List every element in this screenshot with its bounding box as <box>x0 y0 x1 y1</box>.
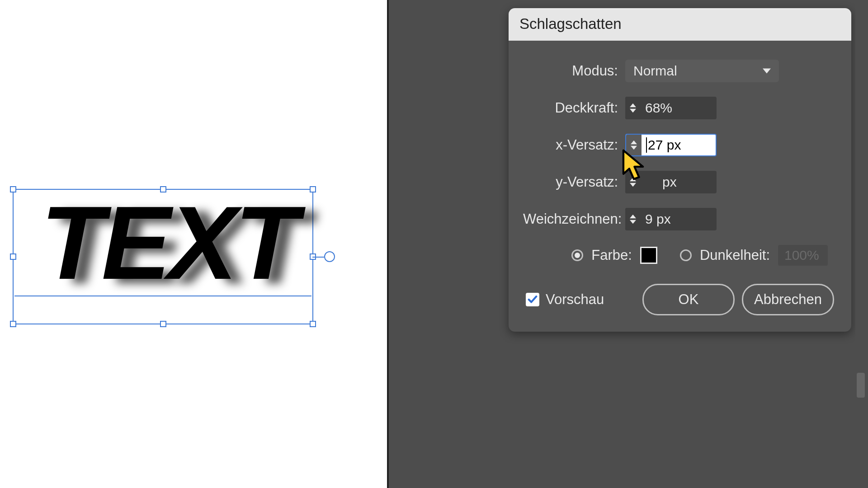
resize-handle-ne[interactable] <box>310 186 316 192</box>
dialog-body: Modus: Normal Deckkraft: 68% <box>509 41 851 332</box>
chevron-down-icon <box>630 183 636 187</box>
blur-label: Weichzeichnen: <box>523 211 618 227</box>
x-offset-input[interactable]: 27 px <box>625 134 717 156</box>
chevron-up-icon <box>630 103 636 108</box>
selection-bounding-box[interactable]: TEXT TEXT <box>13 189 313 324</box>
rotate-handle[interactable] <box>324 251 335 262</box>
y-offset-input[interactable]: px <box>625 171 717 193</box>
mode-row: Modus: Normal <box>523 60 837 82</box>
panel-area: Schlagschatten Modus: Normal Deckkraft: <box>389 0 868 488</box>
mode-label: Modus: <box>523 63 618 79</box>
ok-button[interactable]: OK <box>642 284 735 315</box>
blur-row: Weichzeichnen: 9 px <box>523 208 837 230</box>
chevron-down-icon <box>631 145 637 150</box>
scrollbar[interactable] <box>855 0 866 488</box>
y-offset-value[interactable]: px <box>641 171 717 193</box>
color-label: Farbe: <box>591 247 632 263</box>
resize-handle-sw[interactable] <box>10 321 16 327</box>
chevron-down-icon <box>630 108 636 113</box>
resize-handle-w[interactable] <box>10 253 16 260</box>
chevron-up-icon <box>630 214 636 219</box>
opacity-value[interactable]: 68% <box>641 97 717 119</box>
resize-handle-s[interactable] <box>160 321 166 327</box>
opacity-stepper[interactable] <box>625 97 641 119</box>
resize-handle-se[interactable] <box>310 321 316 327</box>
text-baseline-indicator <box>14 296 311 296</box>
canvas-area[interactable]: TEXT TEXT <box>0 0 389 488</box>
opacity-input[interactable]: 68% <box>625 97 717 119</box>
mode-select[interactable]: Normal <box>625 60 779 82</box>
dialog-footer: Vorschau OK Abbrechen <box>523 284 837 315</box>
darkness-label: Dunkelheit: <box>700 247 770 263</box>
text-object[interactable]: TEXT <box>41 183 296 303</box>
scrollbar-thumb[interactable] <box>857 373 865 398</box>
x-offset-stepper[interactable] <box>626 135 642 155</box>
text-caret <box>646 137 647 153</box>
preview-label: Vorschau <box>546 291 604 308</box>
blur-stepper[interactable] <box>625 208 641 230</box>
chevron-up-icon <box>631 140 637 145</box>
y-offset-row: y-Versatz: px <box>523 171 837 193</box>
chevron-down-icon <box>630 220 636 224</box>
x-offset-value[interactable]: 27 px <box>642 135 716 155</box>
button-row: OK Abbrechen <box>642 284 834 315</box>
color-darkness-row: Farbe: Dunkelheit: 100% <box>523 245 828 266</box>
x-offset-label: x-Versatz: <box>523 137 618 153</box>
opacity-row: Deckkraft: 68% <box>523 97 837 119</box>
resize-handle-nw[interactable] <box>10 186 16 192</box>
dialog-title: Schlagschatten <box>509 8 851 41</box>
y-offset-stepper[interactable] <box>625 171 641 193</box>
checkbox-icon <box>526 293 539 306</box>
blur-value[interactable]: 9 px <box>641 208 717 230</box>
darkness-radio[interactable] <box>680 249 692 261</box>
mode-value: Normal <box>633 63 677 79</box>
darkness-value: 100% <box>778 245 828 266</box>
resize-handle-n[interactable] <box>160 186 166 192</box>
y-offset-label: y-Versatz: <box>523 174 618 190</box>
blur-input[interactable]: 9 px <box>625 208 717 230</box>
chevron-down-icon <box>763 67 771 75</box>
color-swatch[interactable] <box>640 247 657 264</box>
opacity-label: Deckkraft: <box>523 100 618 116</box>
chevron-up-icon <box>630 177 636 182</box>
cancel-button[interactable]: Abbrechen <box>742 284 834 315</box>
color-radio[interactable] <box>571 249 583 261</box>
drop-shadow-dialog: Schlagschatten Modus: Normal Deckkraft: <box>509 8 851 332</box>
x-offset-row: x-Versatz: 27 px <box>523 134 837 156</box>
preview-checkbox[interactable]: Vorschau <box>526 291 604 308</box>
